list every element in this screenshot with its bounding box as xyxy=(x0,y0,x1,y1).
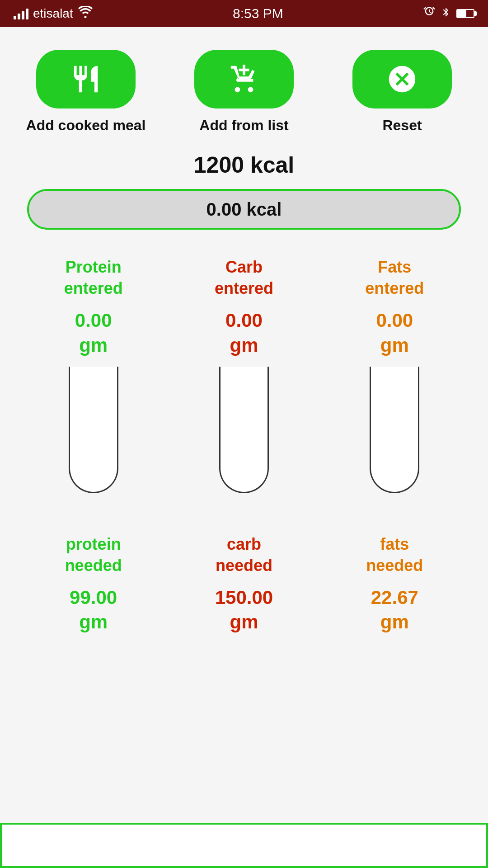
fats-entered-value: 0.00gm xyxy=(376,308,413,358)
calorie-current: 0.00 kcal xyxy=(206,199,282,220)
action-buttons-row: Add cooked meal Add from list Reset xyxy=(18,50,470,134)
bottom-bar[interactable] xyxy=(0,823,488,868)
carb-tube xyxy=(219,367,269,493)
fats-tube xyxy=(370,367,419,493)
alarm-icon xyxy=(423,6,436,22)
add-from-list-label: Add from list xyxy=(199,117,288,134)
add-from-list-wrap: Add from list xyxy=(176,50,312,134)
protein-entered-col: Proteinentered 0.00gm xyxy=(26,257,161,507)
status-bar: etisalat 8:53 PM xyxy=(0,0,488,27)
fats-entered-label: Fatsentered xyxy=(365,257,424,299)
needed-macros-row: proteinneeded 99.00gm carbneeded 150.00g… xyxy=(18,534,470,635)
add-from-list-button[interactable] xyxy=(194,50,294,108)
calorie-bar: 0.00 kcal xyxy=(27,189,461,230)
protein-needed-col: proteinneeded 99.00gm xyxy=(26,534,161,635)
battery-icon xyxy=(456,9,474,18)
add-cooked-meal-label: Add cooked meal xyxy=(26,117,146,134)
carb-entered-value: 0.00gm xyxy=(225,308,263,358)
protein-tube xyxy=(69,367,118,493)
protein-needed-value: 99.00gm xyxy=(70,585,117,635)
protein-entered-label: Proteinentered xyxy=(64,257,123,299)
wifi-icon xyxy=(78,6,93,22)
carb-needed-value: 150.00gm xyxy=(215,585,273,635)
reset-label: Reset xyxy=(382,117,422,134)
fats-needed-col: fatsneeded 22.67gm xyxy=(327,534,462,635)
carb-needed-col: carbneeded 150.00gm xyxy=(176,534,312,635)
bluetooth-icon xyxy=(441,6,451,22)
add-cooked-meal-wrap: Add cooked meal xyxy=(18,50,154,134)
add-cooked-meal-button[interactable] xyxy=(36,50,136,108)
fats-needed-value: 22.67gm xyxy=(371,585,418,635)
cart-icon xyxy=(228,63,260,95)
protein-needed-label: proteinneeded xyxy=(65,534,122,576)
calorie-target: 1200 kcal xyxy=(194,152,294,178)
fats-needed-label: fatsneeded xyxy=(366,534,423,576)
reset-button[interactable] xyxy=(352,50,452,108)
signal-icon xyxy=(14,8,28,19)
carb-entered-label: Carbentered xyxy=(215,257,273,299)
entered-macros-row: Proteinentered 0.00gm Carbentered 0.00gm… xyxy=(18,257,470,507)
carb-needed-label: carbneeded xyxy=(216,534,272,576)
status-icons xyxy=(423,6,474,22)
fats-entered-col: Fatsentered 0.00gm xyxy=(327,257,462,507)
reset-icon xyxy=(386,63,418,95)
carb-entered-col: Carbentered 0.00gm xyxy=(176,257,312,507)
protein-entered-value: 0.00gm xyxy=(75,308,112,358)
status-time: 8:53 PM xyxy=(233,6,283,21)
utensils-icon xyxy=(70,63,102,95)
main-content: Add cooked meal Add from list Reset 1200… xyxy=(0,27,488,689)
carrier-name: etisalat xyxy=(33,6,73,21)
reset-wrap: Reset xyxy=(334,50,470,134)
